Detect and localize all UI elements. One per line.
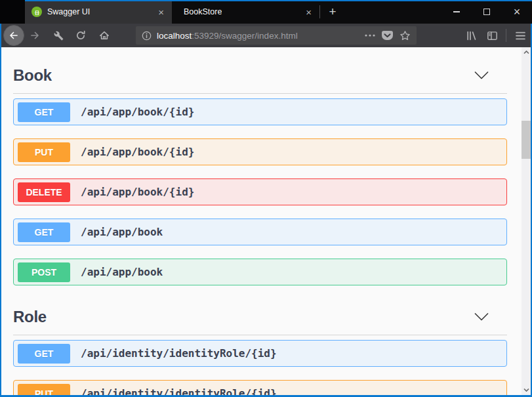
page-actions-button[interactable] (365, 34, 375, 37)
operation-row[interactable]: GET /api/identity/identityRole/{id} (13, 340, 507, 367)
operation-list: GET /api/identity/identityRole/{id} PUT … (13, 340, 507, 395)
tab-swagger-ui[interactable]: {-} Swagger UI × (25, 0, 172, 24)
method-badge: DELETE (18, 182, 70, 202)
url-text[interactable]: localhost:53929/swagger/index.html (157, 31, 298, 41)
section-title: Role (13, 308, 47, 326)
api-tag-section: Role GET /api/identity/identityRole/{id}… (13, 307, 507, 395)
chevron-down-icon (523, 388, 529, 392)
operation-row[interactable]: GET /api/app/book/{id} (13, 98, 507, 125)
method-badge: PUT (18, 384, 70, 396)
tab-title: BookStore (184, 7, 222, 16)
sidebar-toggle-button[interactable] (483, 26, 501, 45)
library-button[interactable] (462, 26, 480, 45)
home-button[interactable] (95, 26, 113, 45)
site-info-icon[interactable] (142, 31, 152, 41)
section-title: Book (13, 66, 52, 85)
tab-close-icon[interactable]: × (303, 6, 314, 18)
vertical-scrollbar[interactable] (522, 47, 531, 395)
swagger-page: Book GET /api/app/book/{id} PUT /api/app… (1, 47, 531, 395)
operation-row[interactable]: PUT /api/app/book/{id} (13, 138, 507, 165)
star-icon (399, 30, 411, 41)
close-window-button[interactable]: × (502, 0, 532, 24)
section-divider (13, 93, 507, 94)
api-tag-section: Book GET /api/app/book/{id} PUT /api/app… (13, 66, 507, 285)
scrollbar-thumb[interactable] (522, 121, 531, 159)
scroll-down-button[interactable] (522, 385, 531, 395)
endpoint-path: /api/app/book/{id} (81, 186, 194, 198)
method-badge: GET (18, 344, 70, 364)
section-collapse-button[interactable] (474, 72, 489, 79)
chevron-down-icon (474, 72, 489, 79)
bookmark-button[interactable] (399, 30, 411, 41)
method-badge: PUT (18, 142, 70, 162)
chevron-down-icon (474, 313, 489, 321)
ellipsis-icon (365, 34, 375, 37)
maximize-icon (483, 9, 490, 15)
swagger-favicon-icon: {-} (31, 7, 42, 17)
toolbar-right-icons (462, 26, 529, 45)
endpoint-path: /api/app/book/{id} (81, 106, 194, 118)
back-button[interactable] (3, 25, 24, 46)
scroll-up-button[interactable] (522, 47, 531, 58)
tab-title: Swagger UI (47, 7, 90, 16)
home-icon (99, 30, 110, 41)
method-badge: GET (18, 102, 70, 122)
reload-button[interactable] (72, 26, 90, 45)
window-accent-border (25, 0, 532, 1)
close-icon: × (514, 6, 521, 18)
section-header[interactable]: Role (13, 307, 507, 327)
url-path: :53929/swagger/index.html (192, 31, 297, 41)
endpoint-path: /api/app/book/{id} (81, 146, 194, 158)
sidebar-icon (487, 30, 498, 41)
section-collapse-button[interactable] (474, 313, 489, 321)
forward-button[interactable] (26, 26, 44, 45)
tab-close-icon[interactable]: × (155, 6, 167, 18)
titlebar-corner-space (0, 0, 25, 24)
navigation-toolbar: localhost:53929/swagger/index.html (1, 24, 531, 47)
maximize-button[interactable] (472, 0, 502, 24)
title-bar: {-} Swagger UI × BookStore × + × (0, 0, 532, 24)
url-host: localhost (157, 31, 192, 41)
tab-bookstore[interactable]: BookStore × (172, 0, 319, 24)
forward-arrow-icon (30, 30, 40, 41)
wrench-icon (54, 31, 64, 41)
endpoint-path: /api/identity/identityRole/{id} (81, 347, 277, 360)
reload-icon (75, 30, 86, 41)
section-header[interactable]: Book (13, 66, 507, 85)
new-tab-button[interactable]: + (320, 0, 345, 24)
operation-row[interactable]: GET /api/app/book (13, 219, 507, 245)
operation-row[interactable]: PUT /api/identity/identityRole/{id} (13, 380, 507, 395)
minimize-button[interactable] (441, 0, 472, 24)
endpoint-path: /api/identity/identityRole/{id} (81, 387, 277, 395)
method-badge: GET (18, 222, 70, 242)
pocket-button[interactable] (382, 31, 393, 40)
operation-row[interactable]: POST /api/app/book (13, 259, 507, 285)
endpoint-path: /api/app/book (81, 266, 163, 278)
back-arrow-icon (9, 30, 19, 41)
url-bar[interactable]: localhost:53929/swagger/index.html (136, 26, 417, 45)
tools-button[interactable] (49, 26, 68, 45)
pocket-icon (382, 31, 393, 40)
operation-row[interactable]: DELETE /api/app/book/{id} (13, 178, 507, 205)
minimize-icon (453, 11, 460, 12)
chevron-up-icon (523, 51, 529, 54)
window-frame: localhost:53929/swagger/index.html (0, 24, 532, 397)
menu-button[interactable] (511, 26, 529, 45)
endpoint-path: /api/app/book (81, 226, 163, 238)
hamburger-icon (516, 31, 525, 40)
toolbar-separator (506, 29, 506, 42)
method-badge: POST (18, 262, 70, 282)
section-divider (13, 335, 507, 335)
browser-viewport: Book GET /api/app/book/{id} PUT /api/app… (1, 47, 531, 395)
api-sections: Book GET /api/app/book/{id} PUT /api/app… (13, 66, 507, 395)
operation-list: GET /api/app/book/{id} PUT /api/app/book… (13, 98, 507, 285)
titlebar-drag-area (345, 0, 441, 24)
library-icon (466, 30, 477, 41)
